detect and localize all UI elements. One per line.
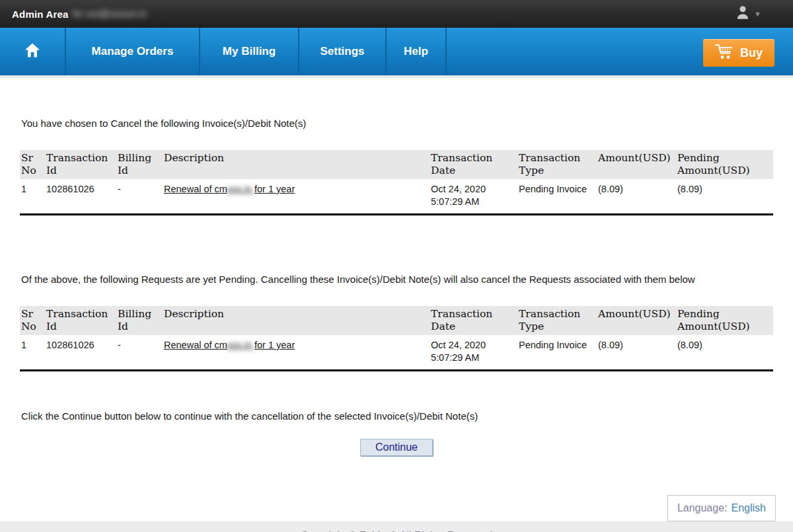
cell-pending-amount: (8.09) [676,179,773,215]
buy-button[interactable]: Buy [703,39,774,67]
invoice-table-row: 1 102861026 - Renewal of cmxxx.in for 1 … [20,179,773,215]
col-header-amount: Amount(USD) [597,150,676,179]
cell-amount: (8.09) [597,179,676,215]
footer-bar: Copyright © Zaidsoft All Rights Reserved [0,521,793,532]
col-header-amount: Amount(USD) [597,306,676,335]
cell-description: Renewal of cmxxx.in for 1 year [163,179,430,215]
col-header-description: Description [163,306,430,335]
invoice-table-header-row: Sr No Transaction Id Billing Id Descript… [20,150,773,179]
cell-billing-id: - [116,335,163,371]
col-header-pending-amount: Pending Amount(USD) [676,150,773,179]
cell-transaction-id: 102861026 [45,335,116,371]
continue-button-row: Continue [0,439,793,456]
description-suffix: for 1 year [254,184,295,194]
language-selector[interactable]: Language: English [667,495,776,521]
cell-transaction-type: Pending Invoice [517,179,597,215]
pending-requests-table: Sr No Transaction Id Billing Id Descript… [20,306,773,371]
language-row: Language: English [0,495,793,521]
buy-button-label: Buy [740,46,763,60]
description-link[interactable]: Renewal of cmxxx.in for 1 year [164,340,295,350]
nav-tab-label: Settings [320,45,364,58]
description-masked: xxx.in [227,184,254,194]
nav-tab-home[interactable] [0,28,65,75]
cart-icon [715,44,735,63]
cell-sr-no: 1 [20,179,45,215]
cell-sr-no: 1 [20,335,45,371]
nav-tab-label: My Billing [223,45,276,58]
cell-amount: (8.09) [597,335,676,371]
description-link[interactable]: Renewal of cmxxx.in for 1 year [164,184,295,194]
cell-transaction-type: Pending Invoice [517,335,597,371]
admin-area-title: Admin Area [12,9,69,20]
col-header-transaction-id: Transaction Id [45,150,116,179]
pending-table-row: 1 102861026 - Renewal of cmxxx.in for 1 … [20,335,773,371]
cell-transaction-id: 102861026 [45,179,116,215]
col-header-transaction-date: Transaction Date [430,306,517,335]
description-prefix: Renewal of cm [164,340,227,350]
cancel-intro-text: You have chosen to Cancel the following … [21,78,793,130]
user-menu[interactable]: ▼ [734,4,761,24]
language-value-link[interactable]: English [732,502,766,514]
top-admin-bar: Admin Area for xxx@xxxxxx.in ▼ [0,0,793,28]
page-content: You have chosen to Cancel the following … [0,78,793,521]
masked-account-text: for xxx@xxxxxx.in [73,9,147,19]
col-header-sr-no: Sr No [20,306,45,335]
cell-pending-amount: (8.09) [676,335,773,371]
col-header-pending-amount: Pending Amount(USD) [676,306,773,335]
continue-button[interactable]: Continue [360,439,433,456]
nav-tab-help[interactable]: Help [385,28,447,75]
cell-description: Renewal of cmxxx.in for 1 year [163,335,430,371]
nav-tab-my-billing[interactable]: My Billing [199,28,298,75]
col-header-description: Description [163,150,430,179]
person-icon [734,4,751,24]
home-icon [23,41,42,63]
continue-instruction-text: Click the Continue button below to conti… [21,410,793,422]
cell-billing-id: - [116,179,163,215]
description-prefix: Renewal of cm [164,184,227,194]
chevron-down-icon: ▼ [754,10,761,18]
pending-requests-text: Of the above, the following Requests are… [21,273,793,285]
nav-tab-settings[interactable]: Settings [298,28,385,75]
pending-table-header-row: Sr No Transaction Id Billing Id Descript… [20,306,773,335]
copyright-text: Copyright © Zaidsoft All Rights Reserved [301,530,492,532]
col-header-billing-id: Billing Id [116,150,163,179]
col-header-transaction-date: Transaction Date [430,150,517,179]
col-header-billing-id: Billing Id [116,306,163,335]
language-label: Language: [677,502,728,514]
col-header-transaction-id: Transaction Id [45,306,116,335]
description-suffix: for 1 year [254,340,295,350]
nav-tab-label: Help [404,45,428,58]
cell-transaction-date: Oct 24, 2020 5:07:29 AM [430,335,517,371]
nav-tab-manage-orders[interactable]: Manage Orders [65,28,199,75]
col-header-sr-no: Sr No [20,150,45,179]
invoice-table: Sr No Transaction Id Billing Id Descript… [20,150,773,215]
nav-tab-label: Manage Orders [92,45,174,58]
cell-transaction-date: Oct 24, 2020 5:07:29 AM [430,179,517,215]
main-nav: Manage Orders My Billing Settings Help B… [0,28,793,78]
col-header-transaction-type: Transaction Type [517,306,597,335]
description-masked: xxx.in [227,340,254,350]
col-header-transaction-type: Transaction Type [517,150,597,179]
